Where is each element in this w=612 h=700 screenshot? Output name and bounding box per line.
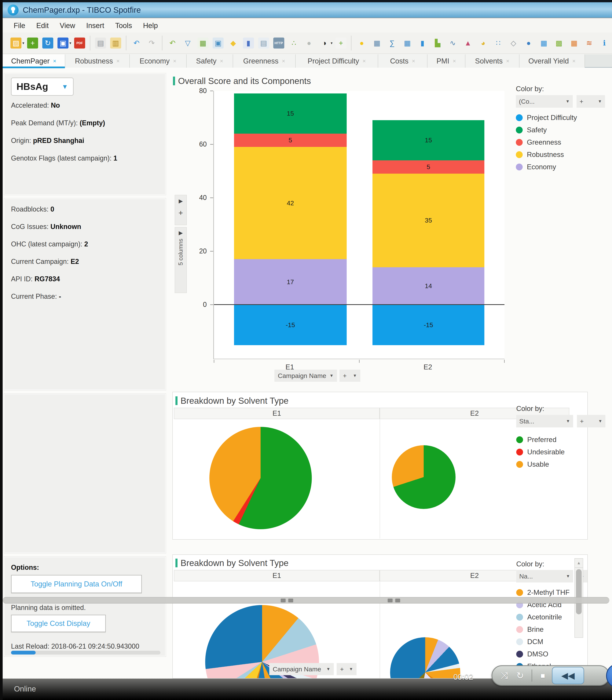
columns-indicator[interactable]: ▶ 5 columns — [175, 227, 187, 293]
pie-e2-solvent-status[interactable] — [392, 445, 456, 509]
tab-close-icon[interactable]: × — [453, 58, 456, 64]
summary-table-icon[interactable]: ∑ — [387, 38, 398, 48]
legend-item-safety[interactable]: Safety — [516, 126, 577, 134]
bar-segment-e2-safety[interactable]: 15 — [373, 120, 484, 160]
bar-segment-e2-project-difficulty[interactable]: -15 — [373, 305, 484, 345]
waterfall-chart-icon[interactable]: ▙ — [432, 38, 443, 48]
legend-item-usable[interactable]: Usable — [516, 460, 565, 468]
table-icon[interactable]: ▦ — [371, 38, 382, 48]
dropdown-caret-icon[interactable]: ▾ — [23, 41, 24, 45]
pie-chart-icon[interactable]: ◕ — [477, 38, 488, 48]
legend-item-project-difficulty[interactable]: Project Difficulty — [516, 114, 577, 122]
bar-segment-e2-greenness[interactable]: 5 — [373, 160, 484, 174]
bar-segment-e1-project-difficulty[interactable]: -15 — [234, 305, 347, 345]
new-page-icon[interactable]: + — [335, 38, 347, 48]
dropdown-caret-icon[interactable]: ▾ — [331, 41, 332, 45]
menu-item-edit[interactable]: Edit — [36, 22, 48, 30]
legend-item-dcm[interactable]: DCM — [516, 638, 570, 646]
color-by-add-button[interactable]: +▼ — [576, 95, 605, 108]
trellis-header-e1[interactable]: E1 — [174, 408, 380, 419]
redo-icon[interactable]: ↷ — [146, 38, 157, 48]
kpi-chart-icon[interactable]: ▦ — [569, 38, 580, 48]
legend-item-greenness[interactable]: Greenness — [516, 138, 577, 146]
undo-icon[interactable]: ↶ — [131, 38, 142, 48]
x-axis-selector[interactable]: Campaign Name ▼ — [269, 663, 334, 675]
bookmark-icon[interactable]: ▮ — [243, 38, 254, 48]
details-icon[interactable]: ℹ — [599, 38, 610, 48]
sidebar-horizontal-scrollbar[interactable] — [11, 651, 161, 655]
pie-e1-solvent-status[interactable] — [209, 427, 312, 529]
copy-icon[interactable]: ▤ — [95, 38, 106, 48]
data-relationships-icon[interactable]: ∴ — [289, 38, 300, 48]
rewind-button[interactable]: ◀◀ — [552, 667, 584, 684]
x-axis-add-button[interactable]: + ▼ — [339, 370, 360, 382]
color-by-dropdown[interactable]: Na...▼ — [516, 570, 573, 583]
bar-segment-e2-economy[interactable]: 14 — [373, 267, 484, 304]
reload-data-icon[interactable]: ↻ — [42, 38, 53, 48]
legend-item-2-methyl-thf[interactable]: 2-Methyl THF — [516, 588, 570, 597]
menu-item-insert[interactable]: Insert — [86, 22, 104, 30]
legend-item-undesirable[interactable]: Undesirable — [516, 448, 565, 456]
contrast-icon[interactable]: ◑ — [319, 38, 330, 48]
tab-economy[interactable]: Economy× — [130, 54, 186, 68]
pie-e2-solvent-name[interactable] — [390, 637, 460, 678]
save-icon[interactable]: ▣ — [57, 38, 68, 48]
dropdown-caret-icon[interactable]: ▾ — [69, 41, 71, 45]
line-chart-icon[interactable]: ∿ — [447, 38, 458, 48]
revert-icon[interactable]: ↶ — [167, 38, 178, 48]
tab-close-icon[interactable]: × — [282, 58, 285, 64]
tab-close-icon[interactable]: × — [506, 58, 510, 64]
tag-icon[interactable]: ◆ — [228, 38, 239, 48]
bar-segment-e1-greenness[interactable]: 5 — [234, 134, 347, 147]
add-data-table-icon[interactable]: + — [27, 38, 38, 48]
axis-expand-button[interactable]: ▶ + — [175, 195, 187, 225]
tile-windows-icon[interactable]: ▣ — [213, 38, 224, 48]
scrollbar-thumb[interactable] — [11, 651, 36, 655]
legend-item-brine[interactable]: Brine — [516, 626, 570, 633]
bar-chart-plot-area[interactable]: 1554217-151553514-15 — [213, 91, 504, 359]
map-chart-icon[interactable]: ● — [523, 38, 534, 48]
title-bar[interactable]: ChemPager.dxp - TIBCO Spotfire — [3, 2, 612, 18]
legend-item-acetonitrile[interactable]: Acetonitrile — [516, 613, 570, 621]
shuffle-icon[interactable]: ⤨ — [501, 670, 508, 681]
color-by-dropdown[interactable]: (Co...▼ — [516, 95, 573, 108]
menu-item-view[interactable]: View — [60, 22, 75, 30]
menu-item-help[interactable]: Help — [143, 22, 158, 30]
x-axis-add-button[interactable]: +▼ — [337, 663, 357, 675]
treemap-icon[interactable]: ▦ — [538, 38, 549, 48]
legend-item-preferred[interactable]: Preferred — [516, 436, 565, 444]
tab-chempager[interactable]: ChemPager× — [3, 54, 65, 68]
legend-item-economy[interactable]: Economy — [516, 163, 577, 171]
bar-segment-e2-robustness[interactable]: 35 — [373, 174, 484, 267]
tab-close-icon[interactable]: × — [363, 58, 366, 64]
tab-close-icon[interactable]: × — [412, 58, 415, 64]
marking-icon[interactable]: ▦ — [197, 38, 208, 48]
insight-icon[interactable]: ● — [356, 38, 367, 48]
stop-icon[interactable]: ■ — [541, 671, 545, 680]
bar-segment-e1-robustness[interactable]: 42 — [234, 147, 347, 259]
comment-icon[interactable]: ● — [304, 38, 315, 48]
filter-icon[interactable]: ▽ — [182, 38, 193, 48]
tab-overall-yield[interactable]: Overall Yield× — [519, 54, 585, 68]
pages-icon[interactable]: ▤ — [258, 38, 269, 48]
paste-icon[interactable]: ▥ — [110, 38, 121, 48]
tab-costs[interactable]: Costs× — [378, 54, 428, 68]
http-icon[interactable]: HTTP — [273, 38, 284, 48]
trellis-header-e1[interactable]: E1 — [174, 570, 380, 581]
toggle-cost-display-button[interactable]: Toggle Cost Display — [11, 615, 106, 632]
x-axis-selector[interactable]: Campaign Name ▼ — [275, 370, 337, 382]
bar-segment-e1-economy[interactable]: 17 — [234, 259, 347, 304]
loop-icon[interactable]: ↻ — [516, 670, 524, 681]
color-by-add-button[interactable]: +▼ — [577, 415, 606, 427]
bar-segment-e1-safety[interactable]: 15 — [234, 94, 347, 134]
tab-close-icon[interactable]: × — [116, 58, 120, 64]
scatter-3d-icon[interactable]: ◇ — [508, 38, 519, 48]
legend-item-dmso[interactable]: DMSO — [516, 650, 570, 658]
tab-close-icon[interactable]: × — [220, 58, 223, 64]
legend-item-robustness[interactable]: Robustness — [516, 151, 577, 159]
color-by-dropdown[interactable]: Sta...▼ — [516, 415, 573, 427]
scatter-plot-icon[interactable]: ∷ — [493, 38, 504, 48]
tab-safety[interactable]: Safety× — [186, 54, 233, 68]
tab-solvents[interactable]: Solvents× — [465, 54, 519, 68]
tab-close-icon[interactable]: × — [53, 58, 56, 64]
